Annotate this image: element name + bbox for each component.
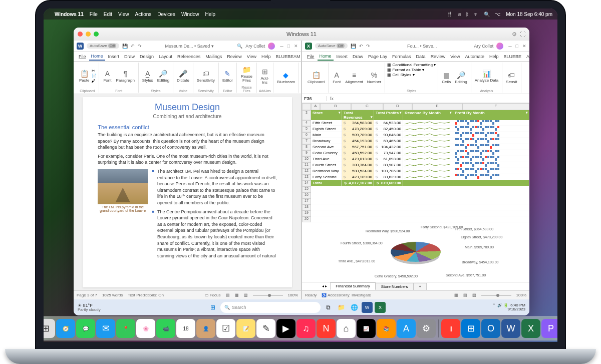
data-table[interactable]: 3StoreTotal RevenuesTotal ProfitsRevenue… — [302, 110, 529, 222]
tab-acrobat[interactable]: Acrobat — [524, 53, 529, 60]
tab-references[interactable]: References — [175, 53, 202, 60]
user-avatar-icon[interactable] — [496, 43, 503, 50]
cell-styles-button[interactable]: ▦ Cell Styles ▾ — [387, 73, 414, 77]
dock-notes-icon[interactable]: 📝 — [236, 319, 255, 338]
bluebeam-button[interactable]: ◆Bluebeam — [275, 70, 296, 85]
paste-button[interactable]: 📋Paste — [78, 68, 91, 84]
explorer-icon[interactable]: 📁 — [336, 302, 347, 313]
alignment-button[interactable]: ≡Alignment — [344, 70, 365, 85]
tray-icon[interactable]: ⌃ — [492, 303, 496, 307]
dock-messages-icon[interactable]: 💬 — [76, 319, 95, 338]
dock-settings-icon[interactable]: ⚙ — [417, 319, 436, 338]
tab-layout[interactable]: Layout — [157, 53, 174, 60]
accessibility[interactable]: ♿ Accessibility: Investigate — [322, 293, 371, 297]
menubar-clock[interactable]: Mon 18 Sep 6:40 pm — [506, 12, 552, 17]
bluetooth-icon[interactable]: ᛒ — [466, 12, 469, 17]
view-icon[interactable]: ▨ — [244, 293, 248, 297]
zoom-slider[interactable] — [253, 295, 283, 296]
taskbar-search[interactable]: 🔍 Search — [220, 302, 321, 313]
dock-safari-icon[interactable]: 🧭 — [56, 319, 75, 338]
search-icon[interactable]: 🔍 — [237, 44, 242, 49]
wifi-icon[interactable]: ᯤ — [474, 12, 479, 17]
sheet-nav-icon[interactable]: ◂ ▸ — [322, 284, 327, 288]
editing-button[interactable]: 🔎Editing — [453, 70, 468, 85]
tab-help[interactable]: Help — [487, 53, 501, 60]
format-table-button[interactable]: ▦ Format as Table ▾ — [387, 68, 424, 72]
focus-mode[interactable]: ▭ Focus — [205, 293, 221, 297]
styles-button[interactable]: A̲Styles — [141, 68, 155, 84]
tab-design[interactable]: Design — [138, 53, 156, 60]
dock-parallels-icon[interactable]: || — [441, 319, 460, 338]
analyze-button[interactable]: 📊Analyze Data — [473, 68, 500, 84]
weather-widget[interactable]: ☀ 81°F Partly cloudy — [78, 303, 101, 312]
page-indicator[interactable]: Page 3 of 7 — [77, 293, 97, 297]
dictate-button[interactable]: 🎤Dictate — [175, 68, 191, 84]
dock-facetime-icon[interactable]: 📹 — [156, 319, 175, 338]
tab-data[interactable]: Data — [414, 53, 428, 60]
menubar-item[interactable]: Devices — [157, 12, 175, 17]
tab-file[interactable]: File — [305, 53, 317, 60]
zoom-level[interactable]: 100% — [516, 293, 526, 297]
tab-review[interactable]: Review — [429, 53, 448, 60]
minimize-icon[interactable]: ─ — [508, 44, 511, 49]
user-name[interactable]: Ary Collet — [245, 44, 265, 49]
addins-button[interactable]: ⊞Add-ins — [259, 66, 271, 86]
paragraph-button[interactable]: ¶Paragraph — [114, 68, 136, 84]
sensitivity-button[interactable]: 🏷Sensit — [504, 70, 518, 85]
dock-publisher-icon[interactable]: P — [541, 319, 557, 338]
copy-icon[interactable]: 📄 — [92, 74, 97, 78]
fullscreen-button[interactable] — [94, 32, 99, 37]
menubar-app-name[interactable]: Windows 11 — [55, 12, 84, 17]
sensitivity-button[interactable]: 🏷Sensitivity — [195, 68, 216, 84]
tab-help[interactable]: Help — [259, 53, 273, 60]
tab-view[interactable]: View — [448, 53, 462, 60]
maximize-icon[interactable]: □ — [287, 44, 290, 49]
maximize-icon[interactable]: □ — [516, 44, 518, 49]
autosave-toggle[interactable]: AutoSaveOff — [87, 43, 119, 49]
dock-news-icon[interactable]: N — [317, 319, 336, 338]
tab-view[interactable]: View — [245, 53, 258, 60]
dock-home-icon[interactable]: ⌂ — [337, 319, 356, 338]
dock-maps-icon[interactable]: 📍 — [116, 319, 135, 338]
menubar-item[interactable]: Actions — [135, 12, 152, 17]
start-button[interactable]: ⊞ — [207, 302, 218, 313]
tab-pagelayout[interactable]: Page Lay — [366, 53, 389, 60]
menubar-status-icon[interactable]: 🍴 — [447, 12, 453, 17]
cells-button[interactable]: ▦Cells — [440, 70, 452, 85]
control-center-icon[interactable]: ⌥ — [495, 12, 501, 17]
editor-button[interactable]: ✎Editor — [221, 68, 234, 84]
fx-icon[interactable]: fx — [327, 96, 337, 101]
dock-excel-icon[interactable]: X — [521, 319, 540, 338]
zoom-level[interactable]: 100% — [288, 293, 298, 297]
cut-icon[interactable]: ✂ — [92, 69, 97, 73]
word-page[interactable]: Museum Design Combining art and architec… — [83, 97, 292, 287]
excel-grid[interactable]: A B C D E F 3StoreTotal RevenuesTotal Pr… — [302, 103, 529, 290]
menubar-item[interactable]: File — [90, 12, 98, 17]
word-count[interactable]: 1025 words — [102, 293, 123, 297]
paste-button[interactable]: 📋Clipboard — [306, 70, 326, 85]
editing-button[interactable]: 🔎Editing — [156, 68, 171, 84]
format-painter-icon[interactable]: 🖌 — [92, 79, 97, 83]
settings-icon[interactable]: ⚙ — [512, 31, 517, 38]
user-avatar-icon[interactable] — [268, 43, 275, 50]
save-icon[interactable]: 💾 — [122, 44, 128, 49]
system-tray[interactable]: ⌃ 🔊 🔋 6:40 PM 9/18/2023 — [492, 303, 525, 311]
menubar-item[interactable]: Edit — [104, 12, 112, 17]
vm-titlebar[interactable]: Windows 11 ⚙ ⛶ — [74, 28, 529, 41]
tab-bluebeam[interactable]: BLUEBE — [502, 53, 524, 60]
dock-mail-icon[interactable]: ✉ — [96, 319, 115, 338]
dock-outlook-icon[interactable]: O — [481, 319, 500, 338]
word-document-area[interactable]: Museum Design Combining art and architec… — [74, 94, 301, 290]
font-button[interactable]: AFont — [101, 68, 113, 84]
view-icon[interactable]: ▤ — [226, 293, 230, 297]
doc-name[interactable]: Fou... • Save... — [407, 44, 437, 49]
text-predictions[interactable]: Text Predictions: On — [128, 293, 164, 297]
dock-windows-icon[interactable]: ⊞ — [461, 319, 480, 338]
tab-bluebeam[interactable]: BLUEBEAM — [274, 53, 301, 60]
dock-appstore-icon[interactable]: A — [397, 319, 416, 338]
tab-home[interactable]: Home — [318, 53, 334, 61]
edge-icon[interactable]: 🌐 — [349, 302, 360, 313]
dock-launchpad-icon[interactable]: ⊞ — [44, 319, 55, 338]
tab-file[interactable]: File — [77, 53, 88, 60]
task-view-icon[interactable]: ⧉ — [323, 302, 334, 313]
